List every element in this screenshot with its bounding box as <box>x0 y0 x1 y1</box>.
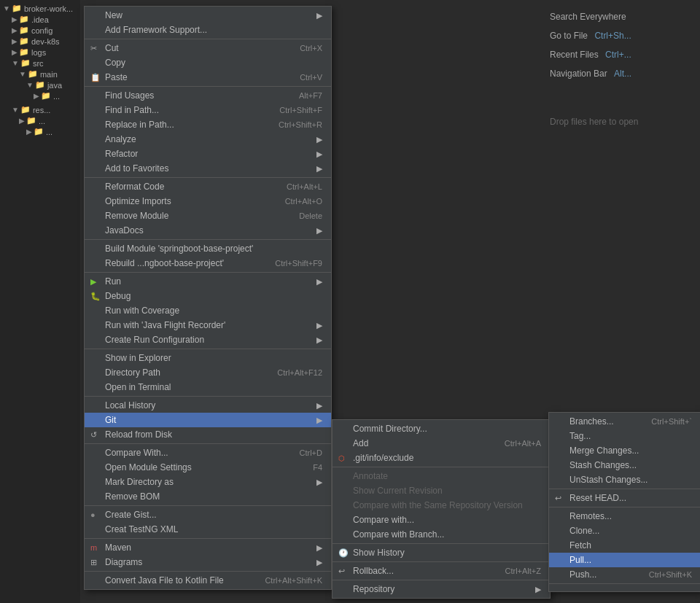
menu-run-coverage[interactable]: Run with Coverage <box>85 303 331 318</box>
menu-repository[interactable]: Repository ▶ <box>332 582 550 596</box>
tree-devk8s[interactable]: ▶ 📁 dev-k8s <box>0 36 80 47</box>
separator-3 <box>85 177 331 178</box>
project-icon: 📁 <box>12 4 22 13</box>
menu-maven[interactable]: m Maven ▶ <box>85 540 331 555</box>
menu-rebase[interactable] <box>549 586 700 590</box>
context-menu-repository: Branches... Ctrl+Shift+` Tag... Merge Ch… <box>548 412 700 592</box>
menu-open-module-settings[interactable]: Open Module Settings F4 <box>85 460 331 475</box>
menu-refactor[interactable]: Refactor ▶ <box>85 147 331 161</box>
menu-compare-with-branch[interactable]: Compare with Branch... <box>332 527 550 542</box>
run-icon: ▶ <box>90 277 96 287</box>
menu-build-module[interactable]: Build Module 'springboot-base-project' <box>85 241 331 256</box>
repo-separator-2 <box>549 507 700 507</box>
menu-javadocs[interactable]: JavaDocs ▶ <box>85 223 331 238</box>
menu-directory-path[interactable]: Directory Path Ctrl+Alt+F12 <box>85 365 331 380</box>
menu-rebuild[interactable]: Rebuild ...ngboot-base-project' Ctrl+Shi… <box>85 256 331 271</box>
menu-add-framework[interactable]: Add Framework Support... <box>85 23 331 37</box>
paste-icon: 📋 <box>90 73 101 82</box>
menu-copy[interactable]: Copy <box>85 55 331 70</box>
menu-reload-from-disk[interactable]: ↺ Reload from Disk <box>85 427 331 442</box>
separator-9 <box>85 505 331 506</box>
tree-config[interactable]: ▶ 📁 config <box>0 25 80 36</box>
menu-stash-changes[interactable]: Stash Changes... <box>549 458 700 472</box>
menu-mark-directory[interactable]: Mark Directory as ▶ <box>85 475 331 489</box>
tree-res-sub2[interactable]: ▶ 📁 ... <box>0 126 80 137</box>
navigation-bar: Navigation Bar Alt... <box>547 64 693 83</box>
recent-files: Recent Files Ctrl+... <box>547 45 693 64</box>
drop-files: Drop files here to open <box>547 112 693 131</box>
menu-find-in-path[interactable]: Find in Path... Ctrl+Shift+F <box>85 103 331 117</box>
menu-reset-head[interactable]: ↩ Reset HEAD... <box>549 491 700 505</box>
menu-unstash-changes[interactable]: UnStash Changes... <box>549 472 700 487</box>
menu-remove-bom[interactable]: Remove BOM <box>85 489 331 504</box>
menu-diagrams[interactable]: ⊞ Diagrams ▶ <box>85 555 331 569</box>
menu-run[interactable]: ▶ Run ▶ <box>85 274 331 289</box>
repo-separator-1 <box>549 489 700 489</box>
menu-merge-changes[interactable]: Merge Changes... <box>549 443 700 458</box>
menu-clone[interactable]: Clone... <box>549 524 700 538</box>
menu-compare-with[interactable]: Compare With... Ctrl+D <box>85 446 331 460</box>
menu-fetch[interactable]: Fetch <box>549 538 700 553</box>
search-everywhere: Search Everywhere <box>547 7 693 26</box>
menu-replace-in-path[interactable]: Replace in Path... Ctrl+Shift+R <box>85 117 331 132</box>
separator-4 <box>85 239 331 240</box>
project-name: broker-work... <box>24 4 73 13</box>
menu-open-terminal[interactable]: Open in Terminal <box>85 380 331 394</box>
menu-create-gist[interactable]: ● Create Gist... <box>85 507 331 522</box>
tree-res-sub1[interactable]: ▶ 📁 ... <box>0 115 80 126</box>
menu-cut[interactable]: ✂ Cut Ctrl+X <box>85 41 331 55</box>
menu-pull[interactable]: Pull... <box>549 553 700 567</box>
menu-optimize-imports[interactable]: Optimize Imports Ctrl+Alt+O <box>85 194 331 209</box>
menu-new[interactable]: New ▶ <box>85 8 331 23</box>
menu-paste[interactable]: 📋 Paste Ctrl+V <box>85 70 331 85</box>
menu-show-explorer[interactable]: Show in Explorer <box>85 351 331 365</box>
menu-find-usages[interactable]: Find Usages Alt+F7 <box>85 88 331 103</box>
menu-tag[interactable]: Tag... <box>549 429 700 443</box>
separator-8 <box>85 443 331 444</box>
tree-logs[interactable]: ▶ 📁 logs <box>0 47 80 58</box>
menu-remotes[interactable]: Remotes... <box>549 509 700 524</box>
separator-7 <box>85 396 331 397</box>
menu-reformat[interactable]: Reformat Code Ctrl+Alt+L <box>85 179 331 194</box>
menu-branches[interactable]: Branches... Ctrl+Shift+` <box>549 414 700 429</box>
separator-2 <box>85 86 331 87</box>
context-menu-git: Commit Directory... Add Ctrl+Alt+A ⬡ .gi… <box>332 419 551 599</box>
tree-idea[interactable]: ▶ 📁 .idea <box>0 14 80 25</box>
menu-commit-dir[interactable]: Commit Directory... <box>332 421 550 436</box>
separator-11 <box>85 571 331 572</box>
git-icon: ⬡ <box>338 454 345 462</box>
menu-debug[interactable]: 🐛 Debug <box>85 289 331 303</box>
repo-separator-3 <box>549 583 700 584</box>
maven-icon: m <box>90 543 97 552</box>
menu-push[interactable]: Push... Ctrl+Shift+K <box>549 567 700 582</box>
tree-src[interactable]: ▼ 📁 src <box>0 58 80 69</box>
separator-6 <box>85 349 331 349</box>
menu-compare-same-repo: Compare with the Same Repository Version <box>332 498 550 513</box>
history-icon: 🕐 <box>338 548 349 558</box>
menu-local-history[interactable]: Local History ▶ <box>85 398 331 413</box>
tree-root[interactable]: ▼ 📁 broker-work... <box>0 3 80 14</box>
menu-rollback[interactable]: ↩ Rollback... Ctrl+Alt+Z <box>332 564 550 578</box>
menu-add-favorites[interactable]: Add to Favorites ▶ <box>85 161 331 176</box>
menu-git[interactable]: Git ▶ <box>85 413 331 427</box>
menu-gitinfo-exclude[interactable]: ⬡ .git/info/exclude <box>332 451 550 465</box>
separator-5 <box>85 272 331 273</box>
menu-run-flight-recorder[interactable]: Run with 'Java Flight Recorder' ▶ <box>85 318 331 332</box>
tree-main[interactable]: ▼ 📁 main <box>0 69 80 79</box>
git-separator-4 <box>332 580 550 580</box>
menu-remove-module[interactable]: Remove Module Delete <box>85 209 331 223</box>
tree-res[interactable]: ▼ 📁 res... <box>0 104 80 115</box>
menu-create-testng[interactable]: Creat TestNG XML <box>85 522 331 537</box>
tree-java-sub[interactable]: ▶ 📁 ... <box>0 90 80 101</box>
git-separator-1 <box>332 467 550 467</box>
menu-compare-with2[interactable]: Compare with... <box>332 513 550 527</box>
menu-convert-kotlin[interactable]: Convert Java File to Kotlin File Ctrl+Al… <box>85 573 331 588</box>
git-separator-3 <box>332 561 550 562</box>
menu-show-history[interactable]: 🕐 Show History <box>332 545 550 560</box>
tree-java[interactable]: ▼ 📁 java <box>0 79 80 90</box>
reset-icon: ↩ <box>555 494 561 503</box>
menu-analyze[interactable]: Analyze ▶ <box>85 132 331 147</box>
menu-create-run-config[interactable]: Create Run Configuration ▶ <box>85 332 331 347</box>
menu-add[interactable]: Add Ctrl+Alt+A <box>332 436 550 451</box>
cut-icon: ✂ <box>90 44 97 53</box>
